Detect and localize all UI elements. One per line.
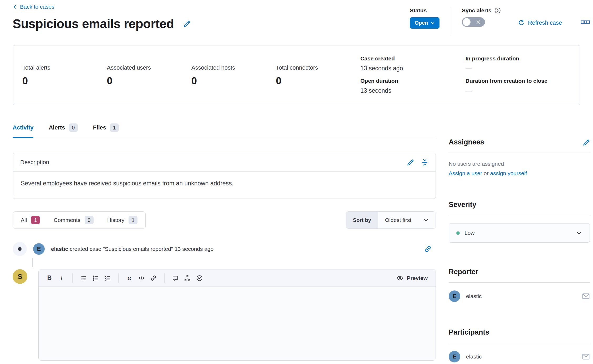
quote-icon[interactable]: “ <box>124 273 135 284</box>
preview-label: Preview <box>407 275 428 281</box>
sort-by-label: Sort by <box>346 212 378 228</box>
refresh-case-button[interactable]: Refresh case <box>518 19 562 26</box>
tab-label: Activity <box>13 124 33 131</box>
detail-label: Duration from creation to close <box>466 78 571 84</box>
participant-user-row: E elastic <box>449 351 590 362</box>
detail-value: 13 seconds ago <box>360 65 466 72</box>
more-actions-button[interactable] <box>581 20 590 24</box>
reporter-user-row: E elastic <box>449 290 590 302</box>
comment-input[interactable] <box>39 287 436 360</box>
divider <box>449 215 590 215</box>
metric-total-alerts: Total alerts 0 <box>22 55 107 94</box>
avatar: E <box>449 290 460 302</box>
sort-select[interactable]: Sort by Oldest first <box>346 211 436 229</box>
avatar: E <box>33 243 45 255</box>
status-label: Status <box>410 7 439 14</box>
tab-activity[interactable]: Activity <box>13 123 33 138</box>
divider <box>449 343 590 343</box>
link-icon <box>424 245 432 253</box>
task-list-icon[interactable] <box>102 273 113 284</box>
email-user-button[interactable] <box>582 292 590 300</box>
reporter-title: Reporter <box>449 268 478 276</box>
participant-username: elastic <box>466 353 482 360</box>
sync-alerts-label: Sync alerts <box>462 7 491 14</box>
unordered-list-icon[interactable] <box>78 273 89 284</box>
tab-badge: 1 <box>110 123 119 132</box>
edit-title-button[interactable] <box>183 20 191 27</box>
pencil-icon <box>407 159 414 166</box>
header-actions: Status Open Sync alerts ? Re <box>410 7 590 35</box>
or-text: or <box>484 170 489 176</box>
avatar: E <box>449 351 460 362</box>
sync-alerts-toggle[interactable] <box>462 17 485 27</box>
filter-all[interactable]: All 1 <box>14 212 47 228</box>
main-column: Activity Alerts 0 Files 1 Description <box>13 123 436 362</box>
edit-assignees-button[interactable] <box>583 139 590 146</box>
page-title: Suspicious emails reported <box>13 17 174 31</box>
assignees-title: Assignees <box>449 138 484 146</box>
detail-value: — <box>466 65 571 72</box>
code-icon[interactable] <box>136 273 147 284</box>
new-comment-editor: S B I <box>13 269 436 361</box>
toolbar-divider <box>164 273 165 283</box>
detail-in-progress-duration: In progress duration — <box>466 55 571 72</box>
tab-files[interactable]: Files 1 <box>93 123 119 138</box>
italic-icon[interactable]: I <box>56 273 67 284</box>
copy-link-button[interactable] <box>424 245 432 253</box>
metric-associated-users: Associated users 0 <box>107 55 192 94</box>
status-dropdown-button[interactable]: Open <box>410 17 439 29</box>
event-timestamp: 13 seconds ago <box>175 246 213 252</box>
metric-total-connectors: Total connectors 0 <box>276 55 361 94</box>
metric-label: Associated users <box>107 64 192 71</box>
filter-comments[interactable]: Comments 0 <box>47 212 100 228</box>
description-panel: Description Several employees have recei… <box>13 153 436 199</box>
detail-label: Open duration <box>360 78 466 84</box>
back-to-cases-link[interactable]: Back to cases <box>13 4 54 10</box>
severity-title: Severity <box>449 201 476 209</box>
detail-label: Case created <box>360 55 466 62</box>
svg-text:?: ? <box>497 9 499 13</box>
filter-label: History <box>107 217 124 223</box>
lens-icon[interactable] <box>194 273 205 284</box>
filter-label: Comments <box>54 217 80 223</box>
pencil-icon <box>183 20 191 27</box>
assign-a-user-link[interactable]: Assign a user <box>449 170 482 176</box>
status-block: Status Open <box>410 7 439 29</box>
flowchart-icon[interactable] <box>182 273 193 284</box>
metric-associated-hosts: Associated hosts 0 <box>191 55 276 94</box>
sort-value: Oldest first <box>385 217 411 223</box>
detail-open-duration: Open duration 13 seconds <box>360 78 466 94</box>
eye-icon <box>396 275 403 282</box>
assignees-empty-text: No users are assigned <box>449 161 590 167</box>
assign-yourself-link[interactable]: assign yourself <box>490 170 527 176</box>
email-user-button[interactable] <box>582 353 590 361</box>
assignees-section: Assignees No users are assigned Assign a… <box>449 138 590 176</box>
timeline-dot-icon <box>13 242 27 256</box>
tab-alerts[interactable]: Alerts 0 <box>49 123 78 138</box>
help-icon[interactable]: ? <box>494 7 501 14</box>
severity-dot-icon <box>456 231 460 235</box>
envelope-icon <box>582 292 590 300</box>
toolbar-divider <box>72 273 73 283</box>
link-icon[interactable] <box>148 273 159 284</box>
preview-button[interactable]: Preview <box>396 275 430 282</box>
avatar: S <box>13 269 27 284</box>
comment-icon[interactable] <box>170 273 181 284</box>
case-tabs: Activity Alerts 0 Files 1 <box>13 123 436 138</box>
metric-value: 0 <box>107 75 192 87</box>
pencil-icon <box>583 139 590 146</box>
ordered-list-icon[interactable] <box>90 273 101 284</box>
status-value: Open <box>415 20 428 26</box>
metric-label: Associated hosts <box>191 64 276 71</box>
edit-description-button[interactable] <box>407 159 414 166</box>
severity-select[interactable]: Low <box>449 223 590 243</box>
detail-value: — <box>466 87 571 94</box>
metric-label: Total connectors <box>276 64 361 71</box>
filter-history[interactable]: History 1 <box>100 212 144 228</box>
case-sidebar: Assignees No users are assigned Assign a… <box>449 123 590 362</box>
timeline-connector <box>32 258 33 267</box>
chevron-down-icon <box>423 217 429 223</box>
bold-icon[interactable]: B <box>44 273 55 284</box>
participants-section: Participants E elastic <box>449 328 590 362</box>
collapse-description-button[interactable] <box>421 159 428 166</box>
